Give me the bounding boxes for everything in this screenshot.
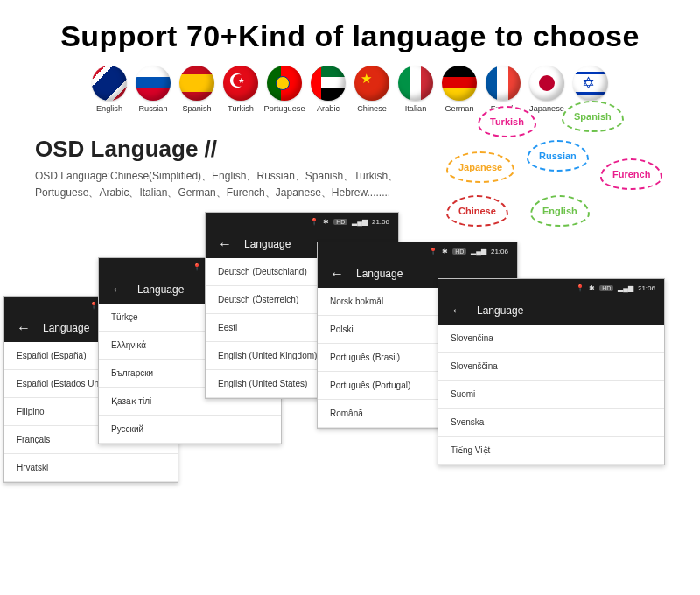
language-list[interactable]: SlovenčinaSlovenščinaSuomiSvenskaTiếng V… — [438, 325, 664, 465]
flag-il-icon — [573, 66, 608, 101]
flag-tr-icon — [223, 66, 258, 101]
flag-ae-icon — [311, 66, 346, 101]
list-item[interactable]: Tiếng Việt — [438, 437, 664, 465]
flag-pt-icon — [267, 66, 302, 101]
flag-label: Spanish — [175, 104, 219, 113]
location-icon: 📍 — [310, 218, 318, 226]
list-item[interactable]: Hrvatski — [4, 454, 178, 482]
bluetooth-icon: ✱ — [323, 218, 329, 226]
signal-icon: ▂▄▆ — [471, 248, 486, 256]
window-title: Language — [477, 304, 523, 317]
bluetooth-icon: ✱ — [442, 248, 448, 256]
flag-it-icon — [398, 66, 433, 101]
flag-uk-icon — [92, 66, 127, 101]
flag-label: English — [88, 104, 131, 113]
window-title: Language — [244, 238, 290, 250]
back-arrow-icon[interactable]: ← — [17, 320, 31, 336]
osd-description: OSD Language:Chinese(Simplified)、English… — [35, 168, 455, 201]
flag-label: Portuguese — [262, 104, 306, 113]
list-item[interactable]: Suomi — [438, 381, 664, 409]
flag-ru-icon — [136, 66, 171, 101]
back-arrow-icon[interactable]: ← — [218, 236, 232, 252]
device-screenshots: 📍✱HD▂▄▆21:06←LanguageEspañol (España)Esp… — [0, 212, 700, 509]
bubble-furench: Furench — [600, 158, 662, 190]
flag-es-icon — [179, 66, 214, 101]
bubble-japanese: Japanese — [446, 151, 514, 183]
hd-badge: HD — [333, 219, 347, 225]
flag-label: Arabic — [306, 104, 350, 113]
flag-de-icon — [442, 66, 477, 101]
status-bar: 📍✱HD▂▄▆21:06 — [438, 279, 664, 297]
location-icon: 📍 — [89, 302, 98, 310]
status-bar: 📍✱HD▂▄▆21:06 — [318, 242, 517, 260]
flag-row — [0, 66, 700, 101]
bubble-russian: Russian — [527, 140, 589, 172]
bluetooth-icon: ✱ — [589, 284, 595, 292]
location-icon: 📍 — [192, 263, 201, 271]
back-arrow-icon[interactable]: ← — [330, 266, 344, 282]
hd-badge: HD — [599, 285, 613, 291]
flag-cn-icon — [354, 66, 389, 101]
title-bar: ←Language — [438, 297, 664, 325]
list-item[interactable]: Svenska — [438, 409, 664, 437]
window-title: Language — [43, 322, 89, 334]
location-icon: 📍 — [576, 284, 584, 292]
flag-label: Russian — [131, 104, 175, 113]
signal-icon: ▂▄▆ — [618, 284, 634, 292]
language-settings-window: 📍✱HD▂▄▆21:06←LanguageSlovenčinaSlovenšči… — [438, 278, 665, 466]
list-item[interactable]: Slovenčina — [438, 325, 664, 353]
flag-label: Turkish — [219, 104, 262, 113]
window-title: Language — [137, 284, 184, 296]
flag-jp-icon — [529, 66, 564, 101]
bubble-spanish: Spanish — [562, 101, 624, 132]
window-title: Language — [356, 268, 402, 280]
status-time: 21:06 — [638, 284, 655, 292]
status-time: 21:06 — [372, 218, 389, 226]
status-time: 21:06 — [491, 248, 508, 256]
hd-badge: HD — [452, 248, 466, 255]
list-item[interactable]: Русский — [99, 416, 281, 444]
back-arrow-icon[interactable]: ← — [111, 282, 125, 298]
back-arrow-icon[interactable]: ← — [451, 303, 465, 318]
flag-fr-icon — [486, 66, 521, 101]
status-bar: 📍✱HD▂▄▆21:06 — [206, 213, 398, 230]
bubble-turkish: Turkish — [478, 106, 536, 137]
flag-label: Chinese — [350, 104, 394, 113]
location-icon: 📍 — [429, 248, 438, 256]
signal-icon: ▂▄▆ — [352, 218, 368, 226]
flag-label: Italian — [394, 104, 438, 113]
list-item[interactable]: Slovenščina — [438, 353, 664, 381]
page-title: Support 70+Kind of language to choose — [0, 0, 700, 60]
